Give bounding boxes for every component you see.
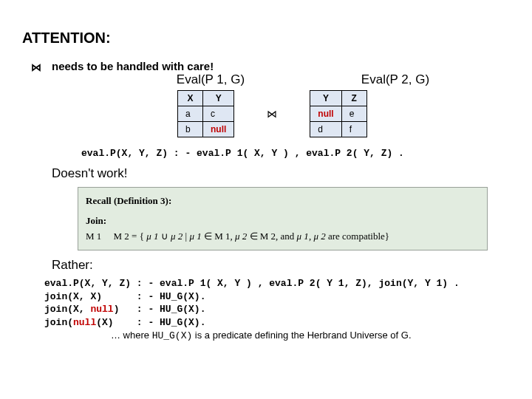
- rather-label: Rather:: [52, 258, 510, 273]
- care-line: ⋈ needs to be handled with care!: [52, 60, 510, 72]
- herbrand-note: … where HU_G(X) is a predicate defining …: [111, 330, 510, 341]
- t2-r1c1-null: null: [310, 106, 341, 122]
- mu1-c: μ 1: [297, 231, 309, 242]
- t1-r1c1: a: [178, 106, 203, 122]
- join-mid2: M 1,: [212, 231, 235, 242]
- eval2-label: Eval(P 2, G): [347, 72, 443, 87]
- code-naive-rule: eval.P(X, Y, Z) : - eval.P 1( X, Y ) , e…: [81, 148, 510, 159]
- join-rhs-prefix: M 2 = {: [114, 231, 147, 242]
- note-prefix: … where: [111, 330, 152, 341]
- t1-h2: Y: [203, 91, 234, 106]
- join-icon: ⋈: [267, 108, 277, 120]
- join-def: Join: M 1 M 2 = { μ 1 ∪ μ 2 | μ 1 ∈ M 1,…: [86, 214, 480, 245]
- t2-h1: Y: [310, 91, 341, 106]
- recall-box: Recall (Definition 3): Join: M 1 M 2 = {…: [78, 187, 488, 250]
- t1-r1c2: c: [203, 106, 234, 122]
- union-sym: ∪: [161, 231, 168, 242]
- bowtie-icon: ⋈: [31, 61, 41, 74]
- care-text: needs to be handled with care!: [52, 60, 214, 72]
- t2-r2c1: d: [310, 122, 341, 137]
- mu1-b: μ 1: [189, 231, 201, 242]
- tables-row: X Y a c b null ⋈ Y Z null e d f: [177, 90, 510, 137]
- note-suffix: is a predicate defining the Herbrand Uni…: [192, 330, 411, 341]
- t2-r2c2: f: [341, 122, 366, 137]
- elem-sym-1: ∈: [204, 231, 212, 242]
- note-pred: HU_G(X): [152, 330, 193, 341]
- null-in-l4: null: [73, 317, 96, 328]
- null-in-l3: null: [90, 304, 113, 315]
- page-title: ATTENTION:: [22, 30, 510, 47]
- compat-text: are compatible}: [326, 231, 389, 242]
- code2-l4: join(null(X) : - HU_G(X).: [44, 317, 205, 328]
- recall-header: Recall (Definition 3):: [86, 194, 480, 209]
- elem-sym-2: ∈: [250, 231, 258, 242]
- join-lhs: M 1: [86, 231, 101, 242]
- eval1-label: Eval(P 1, G): [163, 72, 259, 87]
- t1-r2c2-null: null: [203, 122, 234, 137]
- table-eval-p1: X Y a c b null: [177, 90, 234, 137]
- code2-l2: join(X, X) : - HU_G(X).: [44, 291, 205, 302]
- doesnt-work: Doesn't work!: [52, 166, 510, 181]
- join-rhs: M 2 = { μ 1 ∪ μ 2 | μ 1 ∈ M 1, μ 2 ∈ M 2…: [114, 231, 389, 242]
- code2-l1: eval.P(X, Y, Z) : - eval.P 1( X, Y ) , e…: [44, 278, 460, 289]
- join-mid3: M 2, and: [260, 231, 297, 242]
- t1-r2c1: b: [178, 122, 203, 137]
- table-eval-p2: Y Z null e d f: [310, 90, 366, 137]
- join-label: Join:: [86, 215, 106, 226]
- join-mid1: |: [183, 231, 189, 242]
- t1-h1: X: [178, 91, 203, 106]
- mu2-b: μ 2: [235, 231, 247, 242]
- t2-r1c2: e: [341, 106, 366, 122]
- mu2-c: μ 2: [313, 231, 325, 242]
- mu1-a: μ 1: [146, 231, 158, 242]
- eval-labels: Eval(P 1, G) Eval(P 2, G): [163, 72, 510, 87]
- code2-l3: join(X, null) : - HU_G(X).: [44, 304, 205, 315]
- code-correct-rules: eval.P(X, Y, Z) : - eval.P 1( X, Y ) , e…: [44, 277, 510, 329]
- mu2-a: μ 2: [171, 231, 183, 242]
- t2-h2: Z: [341, 91, 366, 106]
